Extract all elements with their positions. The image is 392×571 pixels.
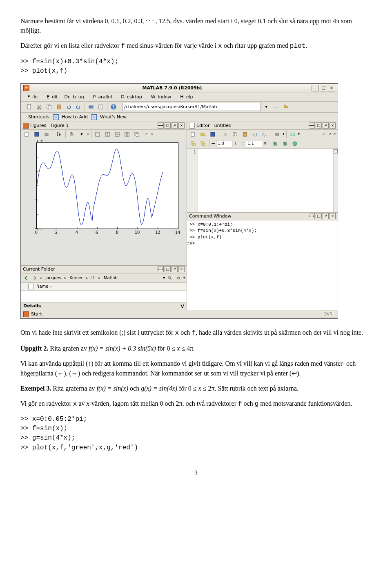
cf-column-header[interactable]: Name ▵: [21, 283, 187, 291]
paste-icon[interactable]: [241, 130, 249, 139]
gear-icon[interactable]: [175, 274, 182, 282]
panel-minimize-icon[interactable]: □: [316, 122, 322, 129]
subplot-1-icon[interactable]: [93, 130, 102, 139]
nav-dropdown[interactable]: ▾: [163, 275, 165, 281]
menu-parallel[interactable]: Parallel: [88, 93, 115, 101]
cut-icon[interactable]: [35, 102, 44, 111]
undo-icon[interactable]: [64, 102, 73, 111]
copy-icon[interactable]: [231, 130, 240, 139]
current-folder-path[interactable]: /chalmers/users/jacques/Kurser/I1/Matlab: [122, 103, 261, 111]
whatsnew-link[interactable]: What's New: [100, 114, 127, 120]
panel-undock-icon[interactable]: ↗: [323, 122, 329, 129]
undo-icon[interactable]: [250, 130, 259, 139]
browse-folder-icon[interactable]: …: [272, 102, 281, 111]
breadcrumb-seg[interactable]: Kurser: [68, 274, 85, 282]
maximize-button[interactable]: □: [320, 85, 327, 91]
panel-close-icon[interactable]: ×: [178, 122, 185, 129]
menu-edit[interactable]: Edit: [42, 93, 60, 101]
search-icon[interactable]: [166, 274, 174, 282]
panel-minimize-icon[interactable]: □: [165, 122, 171, 129]
panel-undock-icon[interactable]: ↗: [172, 122, 178, 129]
panel-close-icon[interactable]: ×: [330, 122, 336, 129]
menu-debug[interactable]: Debug: [62, 93, 87, 101]
new-fig-icon[interactable]: [22, 130, 31, 139]
times-icon[interactable]: ×: [263, 140, 267, 147]
find-icon[interactable]: [288, 130, 297, 139]
breadcrumb-seg[interactable]: Matlab: [102, 274, 120, 282]
redo-icon[interactable]: [74, 102, 83, 111]
menu-desktop[interactable]: Desktop: [116, 93, 144, 101]
panel-undock-icon[interactable]: ↗: [323, 213, 329, 219]
print-icon[interactable]: [273, 130, 282, 139]
new-file-icon[interactable]: [25, 102, 34, 111]
panel-dock-icon[interactable]: ⟷: [158, 266, 164, 272]
minus-icon[interactable]: −: [211, 140, 215, 147]
simulink-icon[interactable]: [87, 102, 96, 111]
paste-icon[interactable]: [54, 102, 63, 111]
copy-icon[interactable]: [45, 102, 53, 111]
cell-next-icon[interactable]: [198, 139, 207, 148]
panel-dock-icon[interactable]: ⟷: [309, 122, 315, 129]
subplot-copy-icon[interactable]: [132, 130, 141, 139]
cf-file-list[interactable]: [21, 291, 187, 302]
svg-rect-51: [234, 133, 237, 136]
zoom-in-icon[interactable]: [67, 130, 76, 139]
subplot-4-icon[interactable]: [122, 130, 131, 139]
fx-prompt-icon[interactable]: fx: [187, 242, 192, 246]
open-icon[interactable]: [198, 130, 207, 139]
subplot-3-icon[interactable]: [113, 130, 122, 139]
figure-axes-area[interactable]: 1.5 1 0.5 0 -0.5 -1 -1.5 0 2 4 6 8 10 12…: [21, 139, 187, 265]
panel-dock-icon[interactable]: ⟷: [309, 213, 315, 219]
path-up-icon[interactable]: [281, 102, 290, 111]
cut-icon[interactable]: [221, 130, 230, 139]
redo-icon[interactable]: [260, 130, 269, 139]
panel-minimize-icon[interactable]: □: [165, 266, 171, 272]
close-button[interactable]: ×: [328, 85, 335, 91]
command-window-text[interactable]: >> x=0:0.1:4*pi; >> f=sin(x)+0.3*sin(4*x…: [187, 220, 338, 310]
save-fig-icon[interactable]: [32, 130, 41, 139]
subplot-2-icon[interactable]: [103, 130, 112, 139]
details-bar[interactable]: Details ⋁: [21, 302, 187, 310]
panel-close-icon[interactable]: ×: [330, 213, 336, 219]
editor-code-health-bar: [333, 149, 338, 212]
panel-close-icon[interactable]: ×: [178, 266, 185, 272]
details-expand-icon[interactable]: ⋁: [181, 303, 184, 309]
minimize-button[interactable]: −: [312, 85, 319, 91]
nav-fwd-icon[interactable]: [31, 274, 38, 282]
print-fig-icon[interactable]: [42, 130, 51, 139]
panel-dock-icon[interactable]: ⟷: [158, 122, 164, 129]
zoom-dropdown-icon[interactable]: ▾: [77, 130, 86, 139]
cell-icon[interactable]: %: [271, 139, 280, 148]
panel-undock-icon[interactable]: ↗: [172, 266, 178, 272]
menu-help[interactable]: Help: [175, 93, 195, 101]
text: av: [77, 400, 86, 407]
zoom-value-1[interactable]: 1.0: [216, 140, 232, 147]
cf-breadcrumb[interactable]: « jacques▸ Kurser▸ I1▸ Matlab ▾ ▾: [21, 273, 187, 283]
divide-icon[interactable]: ÷: [241, 140, 245, 147]
breadcrumb-seg[interactable]: jacques: [43, 274, 63, 282]
nav-back-icon[interactable]: [22, 274, 30, 282]
breadcrumb-seg[interactable]: I1: [89, 274, 97, 282]
menu-file[interactable]: File: [22, 93, 40, 101]
zoom-value-2[interactable]: 1.1: [246, 140, 262, 147]
shortcut-icon[interactable]: [91, 114, 97, 120]
start-icon[interactable]: [23, 311, 29, 317]
figures-title-text: Figures - Figure 1: [30, 122, 69, 129]
pointer-icon[interactable]: [55, 130, 64, 139]
menu-window[interactable]: Window: [146, 93, 174, 101]
cell-prev-icon[interactable]: [189, 139, 198, 148]
help-icon[interactable]: ?: [109, 102, 118, 111]
new-icon[interactable]: [189, 130, 198, 139]
publish-icon[interactable]: [290, 139, 299, 148]
guide-icon[interactable]: [96, 102, 105, 111]
xtick: 12: [155, 230, 160, 236]
howto-link[interactable]: How to Add: [62, 114, 88, 120]
panel-minimize-icon[interactable]: □: [316, 213, 322, 219]
start-button[interactable]: Start: [31, 311, 42, 318]
path-dropdown[interactable]: ▾: [262, 102, 271, 111]
save-icon[interactable]: [208, 130, 217, 139]
plus-icon[interactable]: +: [233, 140, 237, 147]
editor-textarea[interactable]: 1: [187, 149, 338, 212]
cell-icon2[interactable]: %: [281, 139, 290, 148]
shortcut-icon[interactable]: [53, 114, 59, 120]
